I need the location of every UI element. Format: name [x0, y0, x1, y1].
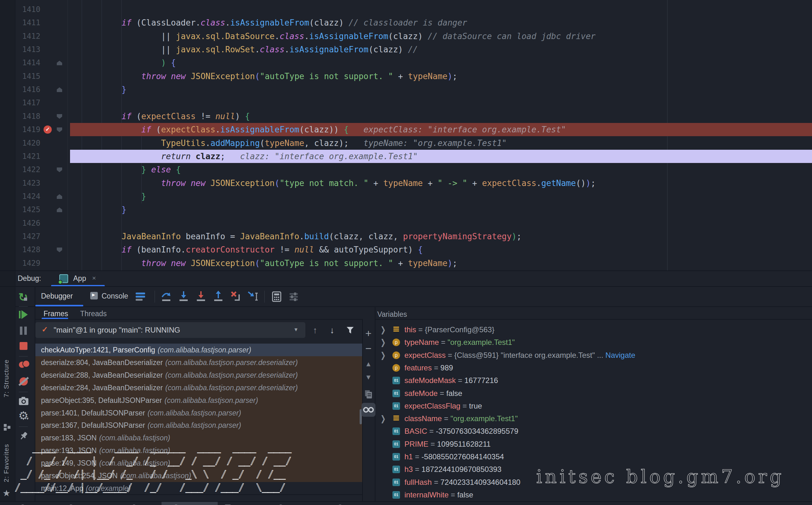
line-number[interactable]: 1419 [14, 123, 40, 136]
evaluate-expression-icon[interactable] [271, 291, 282, 303]
tab-frames[interactable]: Frames [43, 310, 68, 318]
line-number[interactable]: 1421 [14, 150, 40, 163]
line-number[interactable]: 1422 [14, 163, 40, 176]
tab-threads[interactable]: Threads [80, 310, 107, 318]
line-number[interactable]: 1416 [14, 83, 40, 96]
force-step-into-icon[interactable] [195, 291, 206, 303]
next-frame-icon[interactable]: ↓ [330, 325, 334, 335]
run-to-cursor-icon[interactable] [248, 291, 258, 303]
line-number[interactable]: 1428 [14, 243, 40, 256]
code-line-1418[interactable]: 1418 if (expectClass != null) { [0, 110, 812, 123]
frame-row[interactable]: parse:1367, DefaultJSONParser(com.alibab… [35, 419, 362, 432]
mute-breakpoints-icon[interactable] [18, 376, 29, 387]
variable-row[interactable]: 01safeModeMask = 16777216 [375, 374, 812, 387]
code-line-1426[interactable]: 1426 [0, 216, 812, 230]
structure-icon[interactable] [4, 424, 11, 431]
line-number[interactable]: 1426 [14, 216, 40, 230]
line-number[interactable]: 1411 [14, 16, 40, 29]
fold-marker-icon[interactable] [57, 114, 62, 119]
variable-row[interactable]: 01expectClassFlag = true [375, 400, 812, 412]
duplicate-watch-icon[interactable] [362, 390, 375, 400]
thread-dropdown[interactable]: ✓ "main"@1 in group "main": RUNNING ▼ [35, 322, 305, 338]
variable-row[interactable]: 01h1 = -5808550276084140354 [375, 451, 812, 463]
move-watch-down-icon[interactable]: ▼ [362, 373, 375, 381]
variable-row[interactable]: pfeatures = 989 [375, 362, 812, 374]
sidebar-item-favorites[interactable]: 2: Favorites [3, 444, 10, 482]
line-number[interactable]: 1423 [14, 177, 40, 190]
filter-frames-icon[interactable] [346, 326, 355, 336]
view-breakpoints-icon[interactable] [18, 360, 29, 370]
variable-row[interactable]: ❯pexpectClass = {Class@591} "interface o… [375, 349, 812, 362]
expand-chevron-icon[interactable]: ❯ [381, 347, 386, 363]
fold-marker-icon[interactable] [57, 127, 62, 132]
pin-icon[interactable] [18, 431, 29, 441]
stop-icon[interactable] [18, 341, 29, 351]
code-line-1419[interactable]: 1419✓ if (expectClass.isAssignableFrom(c… [0, 123, 812, 136]
navigate-link[interactable]: Navigate [605, 351, 635, 359]
variable-row[interactable]: 01BASIC = -3750763034362895579 [375, 425, 812, 438]
rerun-icon[interactable]: ↻ [18, 293, 29, 303]
variable-row[interactable]: 01h3 = 1872244109670850393 [375, 463, 812, 476]
code-line-1421[interactable]: 1421 return clazz; clazz: "interface org… [0, 150, 812, 163]
line-number[interactable]: 1418 [14, 110, 40, 123]
pause-icon[interactable] [18, 325, 29, 336]
line-number[interactable]: 1429 [14, 257, 40, 270]
frame-row[interactable]: deserialze:284, JavaBeanDeserializer(com… [35, 381, 362, 394]
code-line-1410[interactable]: 1410 [0, 3, 812, 16]
code-line-1413[interactable]: 1413 || javax.sql.RowSet.class.isAssigna… [0, 43, 812, 56]
fold-marker-icon[interactable] [57, 194, 62, 199]
variable-row[interactable]: ❯ptypeName = "org.example.Test1" [375, 336, 812, 349]
move-watch-up-icon[interactable]: ▲ [362, 360, 375, 368]
frame-row[interactable]: deserialze:804, JavaBeanDeserializer(com… [35, 356, 362, 369]
step-into-icon[interactable] [178, 291, 189, 303]
fold-marker-icon[interactable] [57, 207, 62, 212]
frame-row[interactable]: deserialze:288, JavaBeanDeserializer(com… [35, 369, 362, 381]
line-number[interactable]: 1412 [14, 30, 40, 43]
step-out-icon[interactable] [213, 291, 224, 303]
tab-app[interactable]: App [73, 274, 86, 283]
fold-marker-icon[interactable] [57, 247, 62, 252]
frame-row[interactable]: parseObject:254, JSON(com.alibaba.fastjs… [35, 469, 362, 482]
remove-watch-icon[interactable]: − [362, 342, 375, 355]
fold-marker-icon[interactable] [57, 167, 62, 172]
breakpoint-icon[interactable]: ✓ [43, 126, 52, 134]
code-line-1415[interactable]: 1415 throw new JSONException("autoType i… [0, 70, 812, 83]
thread-dump-camera-icon[interactable] [18, 395, 29, 406]
resume-icon[interactable] [18, 310, 29, 320]
line-number[interactable]: 1417 [14, 96, 40, 110]
frame-row[interactable]: parseObject:395, DefaultJSONParser(com.a… [35, 394, 362, 407]
show-watches-icon[interactable] [362, 403, 375, 417]
code-line-1420[interactable]: 1420 TypeUtils.addMapping(typeName, claz… [0, 137, 812, 150]
code-line-1411[interactable]: 1411 if (ClassLoader.class.isAssignableF… [0, 16, 812, 29]
drop-frame-icon[interactable] [230, 291, 241, 303]
code-line-1428[interactable]: 1428 if (beanInfo.creatorConstructor != … [0, 243, 812, 256]
frame-row[interactable]: parse:183, JSON(com.alibaba.fastjson) [35, 432, 362, 444]
code-line-1412[interactable]: 1412 || javax.sql.DataSource.class.isAss… [0, 30, 812, 43]
tab-debugger[interactable]: Debugger [41, 292, 73, 300]
line-number[interactable]: 1413 [14, 43, 40, 56]
code-line-1423[interactable]: 1423 throw new JSONException("type not m… [0, 177, 812, 190]
line-number[interactable]: 1410 [14, 3, 40, 16]
fold-marker-icon[interactable] [57, 60, 62, 65]
gear-icon[interactable]: ⚙ ▾ [18, 412, 29, 423]
code-line-1417[interactable]: 1417 [0, 96, 812, 110]
code-line-1416[interactable]: 1416 } [0, 83, 812, 96]
line-number[interactable]: 1424 [14, 190, 40, 203]
fold-marker-icon[interactable] [57, 87, 62, 92]
variable-row[interactable]: 01safeMode = false [375, 387, 812, 400]
code-line-1422[interactable]: 1422 } else { [0, 163, 812, 176]
code-line-1414[interactable]: 1414 ) { [0, 56, 812, 69]
code-line-1424[interactable]: 1424 } [0, 190, 812, 203]
line-number[interactable]: 1414 [14, 56, 40, 69]
code-editor[interactable]: 14101411 if (ClassLoader.class.isAssigna… [0, 0, 812, 271]
prev-frame-icon[interactable]: ↑ [313, 325, 317, 335]
step-over-icon[interactable] [161, 291, 172, 303]
code-line-1427[interactable]: 1427 JavaBeanInfo beanInfo = JavaBeanInf… [0, 230, 812, 243]
add-watch-icon[interactable]: + [362, 327, 375, 339]
variable-row[interactable]: 01PRIME = 1099511628211 [375, 438, 812, 451]
line-number[interactable]: 1425 [14, 203, 40, 216]
expand-chevron-icon[interactable]: ❯ [381, 410, 386, 427]
frame-row[interactable]: parse:149, JSON(com.alibaba.fastjson) [35, 457, 362, 469]
line-number[interactable]: 1427 [14, 230, 40, 243]
line-number[interactable]: 1420 [14, 137, 40, 150]
